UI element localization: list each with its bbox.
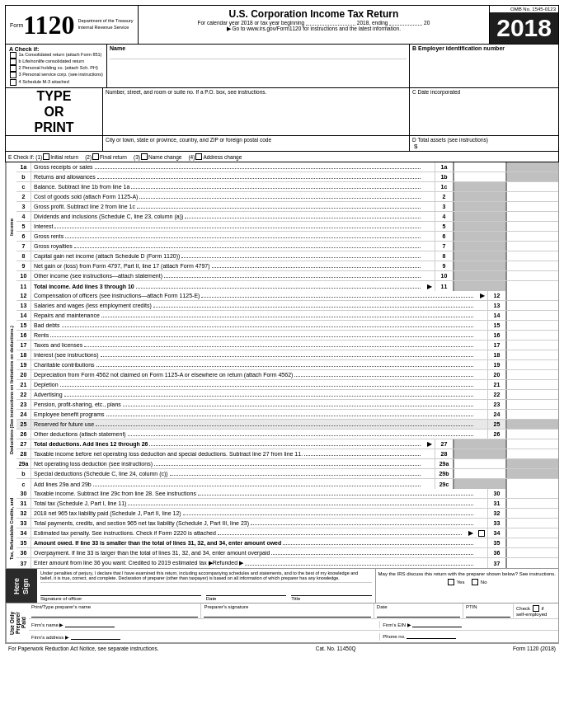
firm-ein-input[interactable]: [412, 627, 462, 627]
line-28-amount[interactable]: [505, 449, 558, 458]
sign-title-input[interactable]: [291, 585, 371, 596]
line-10-gray: [453, 271, 505, 280]
line-1b-amount[interactable]: [453, 172, 505, 181]
line-27-gray: [453, 439, 505, 449]
line-10-amount[interactable]: [505, 271, 558, 280]
line-2-amount[interactable]: [505, 192, 558, 201]
line-6-amount[interactable]: [505, 232, 558, 241]
check-name-change[interactable]: [141, 153, 148, 160]
line-35-amount[interactable]: [505, 538, 558, 547]
check-initial[interactable]: [43, 153, 49, 160]
name-field: Name: [107, 45, 410, 87]
line-11-amount[interactable]: [505, 281, 558, 291]
row-city: City or town, state or province, country…: [6, 135, 558, 151]
line-36-amount[interactable]: [505, 548, 558, 557]
line-34-amount[interactable]: [505, 528, 558, 538]
preparer-sig-input[interactable]: [204, 609, 370, 618]
line-35: 35 Amount owed. If line 33 is smaller th…: [16, 538, 558, 548]
line-29a-amount[interactable]: [453, 459, 505, 468]
line-37-amount[interactable]: [505, 558, 558, 568]
line-6-gray: [453, 232, 505, 241]
name-input[interactable]: [110, 51, 407, 59]
line-23-amount[interactable]: [505, 400, 558, 409]
line-27-amount[interactable]: [505, 439, 558, 449]
line-14-amount[interactable]: [505, 311, 558, 320]
total-assets-col: D Total assets (see instructions) $: [410, 136, 558, 151]
line-12-amount[interactable]: [505, 291, 558, 300]
phone-input[interactable]: [407, 638, 456, 639]
type-spacer: [6, 136, 103, 151]
check-1b[interactable]: [10, 59, 16, 65]
line-8-desc: Capital gain net income (attach Schedule…: [31, 251, 425, 261]
line-20-amount[interactable]: [505, 370, 558, 379]
line-4-desc: Dividends and inclusions (Schedule C, li…: [31, 212, 425, 221]
signature-input[interactable]: [40, 585, 201, 596]
line-23: 23 Pension, profit-sharing, etc., plans …: [16, 400, 558, 410]
form-year-line: For calendar year 2018 or tax year begin…: [141, 20, 487, 26]
check-final[interactable]: [92, 153, 99, 160]
line-11-desc: Total income. Add lines 3 through 10: [31, 281, 425, 291]
line-30: 30 Taxable income. Subtract line 29c fro…: [16, 489, 558, 499]
check-address-change[interactable]: [195, 153, 202, 160]
line-31-amount[interactable]: [505, 499, 558, 508]
line-1a-amount[interactable]: [453, 162, 505, 171]
check-if-label: A Check if:: [9, 46, 103, 52]
address-input[interactable]: [106, 95, 407, 101]
line-7-amount[interactable]: [505, 242, 558, 251]
preparer-name-input[interactable]: [31, 609, 198, 618]
line-18-amount[interactable]: [505, 350, 558, 359]
no-checkbox[interactable]: [472, 579, 478, 585]
line-13-amount[interactable]: [505, 301, 558, 310]
line-5-amount[interactable]: [505, 222, 558, 231]
line-9-amount[interactable]: [505, 261, 558, 270]
line-15-amount[interactable]: [505, 321, 558, 330]
sign-date-input[interactable]: [206, 585, 286, 596]
line-22: 22 Advertising 22: [16, 390, 558, 400]
line-21-amount[interactable]: [505, 380, 558, 389]
ptin-input[interactable]: [466, 609, 510, 618]
line-16: 16 Rents 16: [16, 331, 558, 341]
sign-fields: Signature of officer Date Title: [40, 585, 372, 601]
form-word: Form: [10, 22, 23, 28]
line-16-amount[interactable]: [505, 331, 558, 340]
city-input[interactable]: [106, 143, 407, 149]
line-33-amount[interactable]: [505, 519, 558, 528]
income-section-label: Income: [6, 162, 16, 291]
line-28-gray: [453, 449, 505, 458]
check-1a[interactable]: [10, 52, 16, 59]
line-19-amount[interactable]: [505, 360, 558, 369]
line-30-amount[interactable]: [505, 489, 558, 498]
line-29b-amount[interactable]: [453, 469, 505, 478]
yes-checkbox[interactable]: [448, 579, 454, 585]
firm-name-input[interactable]: [65, 627, 115, 627]
check-2[interactable]: [10, 65, 16, 72]
paid-preparer-section: PaidPreparerUse Only Print/Type preparer…: [5, 604, 559, 643]
line-29c-amount[interactable]: [505, 479, 558, 489]
line-3-amount[interactable]: [505, 202, 558, 211]
line-17-amount[interactable]: [505, 341, 558, 350]
sign-word: SignHere: [12, 578, 31, 594]
firm-address-input[interactable]: [71, 639, 120, 640]
line-22-amount[interactable]: [505, 390, 558, 399]
line-8: 8 Capital gain net income (attach Schedu…: [16, 251, 558, 261]
check-4[interactable]: [10, 79, 16, 86]
line-26-amount[interactable]: [505, 430, 558, 439]
check-3[interactable]: [10, 72, 16, 78]
income-lines: 1a Gross receipts or sales 1a b Returns …: [16, 162, 558, 291]
line-8-amount[interactable]: [505, 251, 558, 261]
line-34: 34 Estimated tax penalty. See instructio…: [16, 528, 558, 538]
line-24-amount[interactable]: [505, 410, 558, 419]
line-4-amount[interactable]: [505, 212, 558, 221]
form-number: 1120: [23, 12, 74, 38]
sign-content: Under penalties of perjury, I declare th…: [37, 569, 375, 603]
sign-section: SignHere Under penalties of perjury, I d…: [5, 569, 559, 604]
line-7-gray: [453, 242, 505, 251]
line-1c-amount[interactable]: [505, 182, 558, 191]
footer-cat: Cat. No. 11450Q: [316, 646, 356, 651]
preparer-date-input[interactable]: [377, 609, 460, 618]
self-employed-check[interactable]: [533, 605, 539, 612]
form-body: Income 1a Gross receipts or sales 1a b R…: [5, 162, 559, 569]
line-32-amount[interactable]: [505, 509, 558, 518]
city-field: City or town, state or province, country…: [103, 136, 410, 151]
line-11-gray: [453, 281, 505, 291]
